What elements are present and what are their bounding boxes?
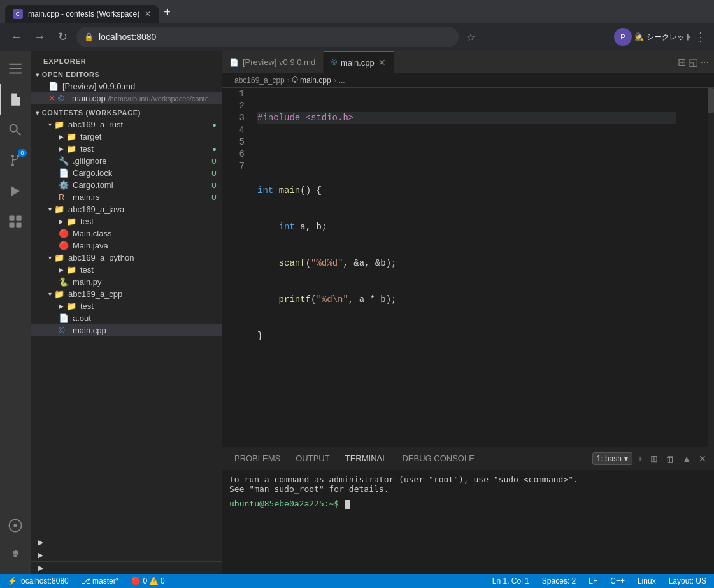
- tab-close-button[interactable]: ✕: [145, 10, 151, 18]
- close-terminal-button[interactable]: ✕: [696, 452, 709, 465]
- activity-extensions[interactable]: [0, 206, 31, 237]
- status-errors[interactable]: 🔴 0 ⚠️ 0: [129, 577, 167, 585]
- maven-header[interactable]: ▶: [31, 562, 222, 574]
- token: }: [257, 330, 262, 342]
- file-gitignore[interactable]: 🔧 .gitignore U: [31, 155, 222, 167]
- tab-maincpp[interactable]: © main.cpp ✕: [324, 51, 394, 73]
- secret-icon: 🕵️: [634, 32, 644, 41]
- token: [257, 221, 279, 233]
- folder-python[interactable]: ▾ 📁 abc169_a_python: [31, 252, 222, 264]
- status-encoding[interactable]: LF: [586, 577, 600, 585]
- status-branch[interactable]: ⎇ master*: [79, 577, 122, 585]
- maincpp-close-icon[interactable]: ✕: [48, 94, 55, 103]
- folder-rust[interactable]: ▾ 📁 abc169_a_rust ●: [31, 118, 222, 131]
- terminal-content[interactable]: To run a command as administrator (user …: [222, 470, 714, 574]
- cpp-tab-close[interactable]: ✕: [378, 57, 386, 68]
- outline-header[interactable]: ▶: [31, 536, 222, 549]
- activity-run[interactable]: [0, 176, 31, 206]
- open-editor-maincpp[interactable]: ✕ © main.cpp /home/ubuntu/workspaces/con…: [31, 92, 222, 104]
- tab-problems[interactable]: PROBLEMS: [227, 451, 288, 466]
- new-tab-button[interactable]: +: [159, 3, 176, 22]
- file-main-java[interactable]: 🔴 Main.java: [31, 240, 222, 252]
- breadcrumb-sep2: ›: [334, 76, 336, 85]
- tab-debug-console[interactable]: DEBUG CONSOLE: [394, 451, 482, 466]
- outline-chevron: ▶: [38, 539, 44, 546]
- svg-rect-2: [9, 73, 21, 74]
- editor-layout-button[interactable]: ◱: [689, 56, 698, 68]
- python-chevron: ▾: [48, 254, 52, 261]
- folder-test-python[interactable]: ▶ 📁 test: [31, 264, 222, 276]
- file-a-out[interactable]: 📄 a.out: [31, 312, 222, 324]
- cargo-lock-badge: U: [211, 169, 217, 177]
- branch-icon: ⎇: [82, 577, 90, 585]
- folder-cpp[interactable]: ▾ 📁 abc169_a_cpp: [31, 288, 222, 300]
- editor-more-button[interactable]: ···: [701, 57, 709, 68]
- new-terminal-button[interactable]: +: [635, 452, 645, 465]
- breadcrumb-symbol[interactable]: ...: [339, 76, 345, 85]
- maximize-terminal-button[interactable]: ▲: [680, 452, 694, 465]
- activity-settings[interactable]: [0, 541, 31, 571]
- profile-button[interactable]: P: [614, 28, 632, 46]
- open-editors-header[interactable]: ▾ OPEN EDITORS: [31, 69, 222, 80]
- activity-menu[interactable]: [0, 54, 31, 84]
- editor-minimap: [676, 88, 714, 447]
- browser-tab-active[interactable]: C main.cpp - contests (Workspace) ✕: [5, 5, 159, 23]
- status-os[interactable]: Linux: [635, 577, 659, 585]
- editor-tabs-bar: 📄 [Preview] v0.9.0.md © main.cpp ✕ ⊞ ◱ ·…: [222, 51, 714, 73]
- back-button[interactable]: ←: [8, 28, 25, 46]
- activity-remote[interactable]: [0, 510, 31, 541]
- line-num-5: 5: [229, 136, 245, 148]
- breadcrumb-folder[interactable]: abc169_a_cpp: [234, 76, 285, 85]
- file-icon: ⚙️: [59, 180, 69, 190]
- folder-test-cpp[interactable]: ▶ 📁 test: [31, 300, 222, 312]
- status-language[interactable]: C++: [608, 577, 627, 585]
- folder-test-rust[interactable]: ▶ 📁 test ●: [31, 143, 222, 155]
- activity-explorer[interactable]: [0, 84, 31, 115]
- folder-java[interactable]: ▾ 📁 abc169_a_java: [31, 203, 222, 215]
- file-cargo-toml[interactable]: ⚙️ Cargo.toml U: [31, 179, 222, 191]
- spaces-text: Spaces: 2: [542, 577, 576, 585]
- file-main-py[interactable]: 🐍 main.py: [31, 276, 222, 288]
- timeline-header[interactable]: ▶: [31, 549, 222, 561]
- tab-output[interactable]: OUTPUT: [288, 451, 337, 466]
- contests-header[interactable]: ▾ CONTESTS (WORKSPACE): [31, 107, 222, 118]
- lock-icon: 🔒: [84, 32, 94, 41]
- kill-terminal-button[interactable]: 🗑: [663, 452, 677, 465]
- browser-menu-button[interactable]: ⋮: [695, 30, 706, 44]
- svg-point-3: [10, 125, 17, 132]
- folder-test-java[interactable]: ▶ 📁 test: [31, 215, 222, 227]
- main-java-label: Main.java: [73, 241, 222, 250]
- file-main-cpp[interactable]: © main.cpp: [31, 324, 222, 336]
- shell-selector[interactable]: 1: bash ▾: [592, 452, 632, 465]
- tab-terminal[interactable]: TERMINAL: [338, 451, 395, 466]
- file-main-class[interactable]: 🔴 Main.class: [31, 227, 222, 240]
- forward-button[interactable]: →: [31, 28, 48, 46]
- secret-mode-button[interactable]: 🕵️ シークレット: [634, 32, 692, 43]
- open-editor-preview[interactable]: 📄 [Preview] v0.9.0.md: [31, 80, 222, 92]
- status-spaces[interactable]: Spaces: 2: [539, 577, 578, 585]
- file-main-rs[interactable]: R main.rs U: [31, 191, 222, 203]
- status-layout[interactable]: Layout: US: [666, 577, 709, 585]
- address-bar[interactable]: 🔒 localhost:8080: [76, 27, 459, 47]
- status-position[interactable]: Ln 1, Col 1: [490, 577, 532, 585]
- status-host[interactable]: ⚡ localhost:8080: [5, 577, 71, 585]
- file-cargo-lock[interactable]: 📄 Cargo.lock U: [31, 167, 222, 179]
- code-line-3: int main() {: [257, 185, 676, 197]
- error-icon: 🔴: [59, 229, 69, 238]
- tab-preview[interactable]: 📄 [Preview] v0.9.0.md: [222, 51, 324, 73]
- breadcrumb-file[interactable]: © main.cpp: [292, 76, 331, 85]
- bookmark-button[interactable]: ☆: [464, 29, 478, 46]
- tab-title: main.cpp - contests (Workspace): [28, 10, 139, 18]
- token: "%d%d": [311, 257, 343, 269]
- folder-target[interactable]: ▶ 📁 target: [31, 131, 222, 143]
- reload-button[interactable]: ↻: [54, 28, 71, 46]
- activity-git[interactable]: 0: [0, 145, 31, 176]
- token: [273, 185, 278, 197]
- code-editor[interactable]: 1 2 3 4 5 6 7 #include <stdio.h> int mai…: [222, 88, 676, 447]
- scrollbar-thumb[interactable]: [708, 88, 714, 113]
- split-editor-button[interactable]: ⊞: [678, 56, 686, 68]
- split-terminal-button[interactable]: ⊞: [648, 452, 660, 465]
- activity-search[interactable]: [0, 115, 31, 145]
- code-content[interactable]: #include <stdio.h> int main() { int a, b…: [252, 88, 676, 447]
- line-num-3: 3: [229, 112, 245, 124]
